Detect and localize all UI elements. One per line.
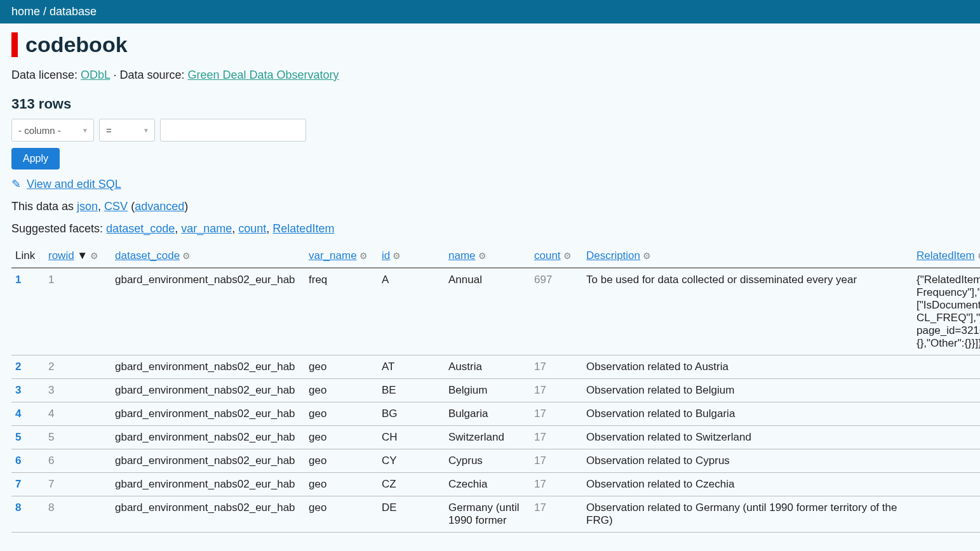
row-link[interactable]: 8	[15, 501, 21, 514]
gear-icon[interactable]: ⚙	[90, 251, 98, 261]
row-link[interactable]: 7	[15, 478, 21, 490]
breadcrumb-home[interactable]: home	[11, 5, 40, 18]
cell-link: 8	[11, 496, 44, 533]
chevron-down-icon: ▼	[143, 127, 149, 134]
filter-value-input[interactable]	[160, 119, 306, 142]
facets-prefix: Suggested facets:	[11, 222, 106, 235]
cell-description: To be used for data collected or dissemi…	[582, 268, 913, 355]
row-link[interactable]: 6	[15, 455, 21, 467]
cell-dataset-code: gbard_environment_nabs02_eur_hab	[111, 355, 305, 379]
col-dataset-code: dataset_code⚙	[111, 244, 305, 268]
table-row: 22gbard_environment_nabs02_eur_habgeoATA…	[11, 355, 980, 379]
sort-name[interactable]: name	[448, 249, 476, 262]
col-id: id⚙	[378, 244, 445, 268]
filter-column-select[interactable]: - column - ▼	[11, 119, 94, 142]
gear-icon[interactable]: ⚙	[563, 251, 572, 261]
breadcrumb-database[interactable]: database	[50, 5, 97, 18]
col-name: name⚙	[445, 244, 530, 268]
view-edit-sql-link[interactable]: View and edit SQL	[27, 178, 121, 190]
sort-id[interactable]: id	[382, 249, 390, 262]
row-link[interactable]: 5	[15, 431, 21, 443]
col-rowid: rowid ▼⚙	[44, 244, 111, 268]
facet-link[interactable]: RelatedItem	[272, 222, 334, 235]
filter-operator-select[interactable]: = ▼	[99, 119, 155, 142]
cell-var-name: geo	[305, 426, 378, 449]
cell-dataset-code: gbard_environment_nabs02_eur_hab	[111, 496, 305, 533]
cell-name: Czechia	[445, 473, 530, 496]
cell-description: Observation related to Austria	[582, 355, 913, 379]
col-link: Link	[11, 244, 44, 268]
cell-link: 7	[11, 473, 44, 496]
sort-description[interactable]: Description	[586, 249, 640, 262]
gear-icon[interactable]: ⚙	[393, 251, 401, 261]
table-row: 11gbard_environment_nabs02_eur_habfreqAA…	[11, 268, 980, 355]
cell-rowid: 7	[44, 473, 111, 496]
table-header-row: Link rowid ▼⚙ dataset_code⚙ var_name⚙ id…	[11, 244, 980, 268]
advanced-link[interactable]: advanced	[135, 200, 184, 213]
cell-var-name: geo	[305, 379, 378, 402]
page-title: codebook	[11, 32, 969, 57]
facet-link[interactable]: dataset_code	[106, 222, 175, 235]
cell-id: BE	[378, 379, 445, 402]
license-link[interactable]: ODbL	[81, 69, 110, 81]
cell-dataset-code: gbard_environment_nabs02_eur_hab	[111, 473, 305, 496]
cell-dataset-code: gbard_environment_nabs02_eur_hab	[111, 379, 305, 402]
cell-count: 17	[530, 426, 582, 449]
row-link[interactable]: 1	[15, 274, 21, 286]
cell-rowid: 5	[44, 426, 111, 449]
cell-rowid: 1	[44, 268, 111, 355]
cell-id: A	[378, 268, 445, 355]
gear-icon[interactable]: ⚙	[977, 251, 980, 261]
pencil-icon: ✎	[11, 178, 21, 190]
license-line: Data license: ODbL · Data source: Green …	[11, 69, 969, 82]
facet-link[interactable]: var_name	[181, 222, 232, 235]
sort-dataset-code[interactable]: dataset_code	[115, 249, 180, 262]
cell-rowid: 2	[44, 355, 111, 379]
facet-link[interactable]: count	[238, 222, 266, 235]
json-link[interactable]: json	[77, 200, 98, 213]
cell-rowid: 4	[44, 402, 111, 426]
col-count: count⚙	[530, 244, 582, 268]
cell-name: Annual	[445, 268, 530, 355]
cell-var-name: geo	[305, 355, 378, 379]
col-related-item: RelatedItem⚙	[913, 244, 980, 268]
sort-rowid[interactable]: rowid	[48, 249, 74, 262]
breadcrumb-sep: /	[40, 5, 50, 18]
apply-button[interactable]: Apply	[11, 148, 60, 169]
chevron-down-icon: ▼	[82, 127, 88, 134]
row-link[interactable]: 4	[15, 408, 21, 420]
cell-link: 2	[11, 355, 44, 379]
cell-rowid: 3	[44, 379, 111, 402]
cell-related-item: {"RelatedItem" Frequency"],"re ["IsDocum…	[913, 268, 980, 355]
cell-related-item	[913, 355, 980, 379]
cell-var-name: freq	[305, 268, 378, 355]
cell-link: 4	[11, 402, 44, 426]
gear-icon[interactable]: ⚙	[182, 251, 191, 261]
cell-link: 3	[11, 379, 44, 402]
cell-var-name: geo	[305, 402, 378, 426]
filter-row: - column - ▼ = ▼	[11, 119, 969, 142]
cell-description: Observation related to Belgium	[582, 379, 913, 402]
csv-link[interactable]: CSV	[104, 200, 128, 213]
cell-related-item	[913, 426, 980, 449]
gear-icon[interactable]: ⚙	[359, 251, 368, 261]
gear-icon[interactable]: ⚙	[478, 251, 487, 261]
sort-var-name[interactable]: var_name	[309, 249, 357, 262]
gear-icon[interactable]: ⚙	[643, 251, 651, 261]
license-prefix: Data license:	[11, 69, 81, 81]
cell-name: Austria	[445, 355, 530, 379]
facets-line: Suggested facets: dataset_code, var_name…	[11, 222, 969, 236]
cell-name: Bulgaria	[445, 402, 530, 426]
sort-related-item[interactable]: RelatedItem	[916, 249, 975, 262]
cell-count: 17	[530, 473, 582, 496]
cell-count: 697	[530, 268, 582, 355]
cell-description: Observation related to Germany (until 19…	[582, 496, 913, 533]
row-link[interactable]: 2	[15, 361, 21, 373]
sort-desc-icon: ▼	[77, 249, 88, 262]
cell-count: 17	[530, 449, 582, 473]
source-link[interactable]: Green Deal Data Observatory	[188, 69, 339, 81]
sort-count[interactable]: count	[534, 249, 561, 262]
cell-link: 6	[11, 449, 44, 473]
cell-description: Observation related to Czechia	[582, 473, 913, 496]
row-link[interactable]: 3	[15, 384, 21, 396]
